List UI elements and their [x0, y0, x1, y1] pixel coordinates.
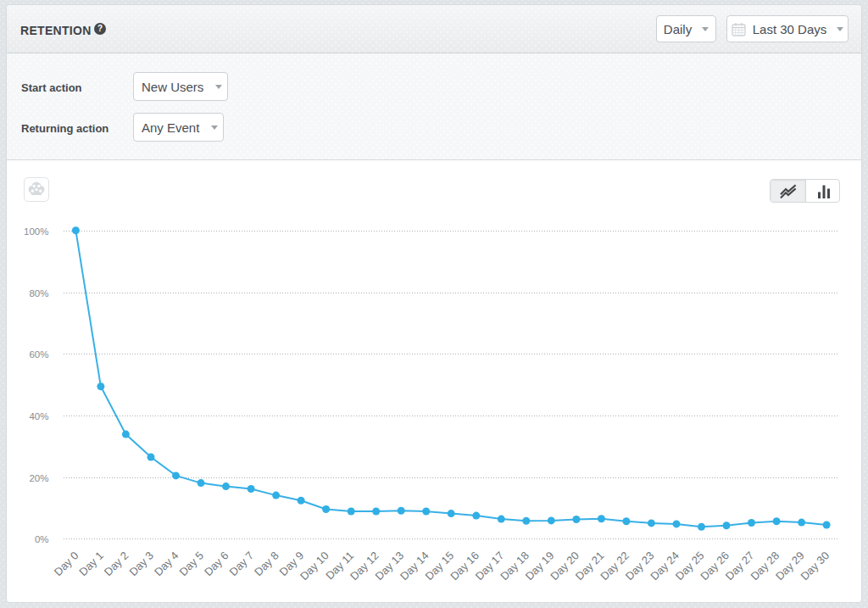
svg-text:Day 2: Day 2 [102, 549, 131, 578]
svg-text:60%: 60% [29, 349, 48, 360]
svg-text:20%: 20% [29, 473, 48, 483]
svg-text:Day 1: Day 1 [76, 549, 106, 578]
svg-text:Day 10: Day 10 [298, 549, 331, 583]
svg-text:Day 30: Day 30 [798, 549, 832, 583]
svg-text:Day 7: Day 7 [227, 549, 257, 578]
svg-text:Day 6: Day 6 [202, 549, 231, 578]
svg-text:Day 4: Day 4 [152, 549, 181, 578]
svg-text:Day 5: Day 5 [176, 549, 206, 578]
svg-text:40%: 40% [29, 411, 48, 421]
svg-text:0%: 0% [35, 534, 49, 544]
svg-text:80%: 80% [29, 288, 48, 298]
svg-text:100%: 100% [24, 226, 48, 237]
svg-text:Day 8: Day 8 [252, 549, 281, 578]
svg-text:Day 3: Day 3 [126, 549, 156, 578]
svg-text:Day 0: Day 0 [52, 549, 81, 578]
